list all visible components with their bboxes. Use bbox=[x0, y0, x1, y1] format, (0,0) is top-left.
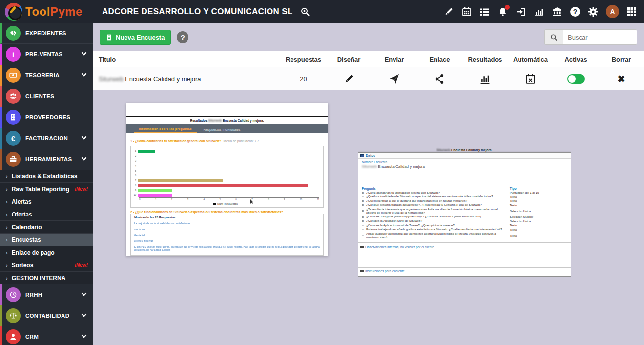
drag-handle-icon: ≡ bbox=[362, 216, 366, 219]
nombre-encuesta-value: Siturweb Encuesta Calidad y mejora bbox=[362, 164, 567, 170]
col-enviar: Enviar bbox=[372, 56, 417, 63]
search-group bbox=[544, 29, 637, 45]
sidebar-item-encuestas[interactable]: ›Encuestas bbox=[0, 234, 93, 246]
details-preview-title: Siturweb Encuesta Calidad y mejora. bbox=[358, 147, 571, 152]
top-header: ToolPyme ADCORE DESARROLLO Y COMUNICACIO… bbox=[0, 0, 644, 23]
sidebar-item-proveedores[interactable]: PROVEEDORES bbox=[0, 107, 93, 128]
results-chart-icon[interactable] bbox=[462, 74, 508, 84]
col-resultados: Resultados bbox=[462, 56, 508, 63]
info-icon: i bbox=[6, 47, 21, 62]
table-header-row: Titulo Respuestas Diseñar Enviar Enlace … bbox=[93, 51, 644, 67]
drag-handle-icon: ≡ bbox=[362, 191, 366, 194]
sidebar-item-rrhh[interactable]: RRHH bbox=[0, 284, 93, 305]
tab-respuestas-individuales: Respuestas Individuales bbox=[199, 126, 246, 133]
people-icon bbox=[6, 89, 21, 104]
drag-handle-icon: ≡ bbox=[362, 224, 366, 227]
automatic-calendar-x-icon[interactable] bbox=[508, 74, 553, 84]
new-badge: iNew! bbox=[75, 262, 88, 268]
notification-badge bbox=[505, 5, 510, 10]
logo-text: ToolPyme bbox=[25, 5, 83, 19]
col-enlace: Enlace bbox=[417, 56, 462, 63]
bank-icon[interactable] bbox=[552, 6, 562, 17]
handshake-icon bbox=[6, 26, 21, 41]
question-row: ≡¿Conoces la Aplicacion Movil de Siturwe… bbox=[358, 219, 571, 223]
sidebar-item-ofertas[interactable]: ›Ofertas bbox=[0, 208, 93, 221]
responses-box: Mostrando las 20 Respuestas La mejoría d… bbox=[130, 214, 324, 256]
results-tab-bar: Información sobre las preguntas Respuest… bbox=[126, 124, 328, 133]
question-row: ≡¿Conoces Toolpyme (www.toolpyme.com)? /… bbox=[358, 215, 571, 218]
instrucciones-section: Instrucciones para el cliente bbox=[358, 268, 571, 273]
sidebar-item-alertas[interactable]: ›Alertas bbox=[0, 195, 93, 208]
delete-x-icon[interactable]: ✖ bbox=[618, 73, 625, 85]
response-item: Genial tal bbox=[134, 234, 320, 237]
bell-icon[interactable] bbox=[498, 6, 508, 17]
mouse-cursor-icon bbox=[250, 199, 254, 204]
results-preview-card[interactable]: Resultados Siturweb Encuesta Calidad y m… bbox=[126, 103, 328, 256]
sidebar-item-sorteos[interactable]: ›SorteosiNew! bbox=[0, 259, 93, 272]
active-cell bbox=[553, 74, 599, 84]
questions-header-row: Pregunta Tipo bbox=[358, 187, 571, 190]
details-preview-card[interactable]: Siturweb Encuesta Calidad y mejora. Dato… bbox=[358, 147, 571, 277]
help-icon[interactable]: ? bbox=[570, 6, 581, 17]
instrucciones-textarea bbox=[358, 273, 571, 277]
help-icon[interactable]: ? bbox=[177, 31, 188, 43]
sidebar-item-facturacion[interactable]: € FACTURACION bbox=[0, 128, 93, 149]
sidebar-item-calendario[interactable]: ›Calendario bbox=[0, 221, 93, 234]
sidebar-item-gestion-interna[interactable]: ›GESTION INTERNA bbox=[0, 272, 93, 284]
table-row: Siturweb Encuesta Calidad y mejora 20 bbox=[93, 67, 644, 90]
sidebar-item-raw-table-reporting[interactable]: ›Raw Table ReportingiNew! bbox=[0, 183, 93, 195]
surveys-table: Titulo Respuestas Diseñar Enviar Enlace … bbox=[93, 51, 644, 90]
pencil-icon[interactable] bbox=[443, 6, 454, 17]
sidebar-item-preventas[interactable]: i PRE-VENTAS bbox=[0, 44, 93, 65]
sidebar-item-contabilidad[interactable]: CONTABILIDAD bbox=[0, 305, 93, 326]
chevron-down-icon bbox=[81, 50, 87, 59]
toolpyme-logo[interactable]: ToolPyme bbox=[0, 3, 100, 21]
sidebar-item-enlace-de-pago[interactable]: ›Enlace de pago bbox=[0, 246, 93, 259]
chevron-down-icon bbox=[81, 155, 87, 164]
drag-handle-icon: ≡ bbox=[362, 228, 366, 231]
sidebar-item-tesoreria[interactable]: TESORERIA bbox=[0, 65, 93, 86]
question-row: ≡¿Qué mejorarías o qué te gustaría que i… bbox=[358, 199, 571, 203]
chevron-down-icon bbox=[81, 71, 87, 80]
response-item: clientes, reservas bbox=[134, 239, 320, 242]
question-row: ≡¿Con qué gestoría trabajas actualmente?… bbox=[358, 203, 571, 207]
sidebar-item-clientes[interactable]: CLIENTES bbox=[0, 86, 93, 107]
calendar-icon[interactable] bbox=[461, 6, 472, 17]
chart-x-axis: 01234567891011 bbox=[139, 197, 319, 201]
question-row: ≡¿Qué funcionalidades de Siturweb o aspe… bbox=[358, 195, 571, 198]
list-icon[interactable] bbox=[479, 6, 490, 17]
search-input[interactable] bbox=[563, 29, 637, 45]
sidebar-item-expedientes[interactable]: EXPEDIENTES bbox=[0, 23, 93, 44]
drag-handle-icon: ≡ bbox=[362, 234, 366, 237]
col-tipo: Tipo bbox=[510, 187, 567, 190]
person-icon bbox=[6, 329, 21, 344]
response-item: El diseño y uso son super claros. Integr… bbox=[134, 245, 320, 251]
sidebar-item-listados-estadisticas[interactable]: ›Listados & Estadisticas bbox=[0, 170, 93, 183]
apps-grid-icon[interactable] bbox=[626, 6, 637, 17]
sidebar-item-herramientas[interactable]: HERRAMIENTAS bbox=[0, 149, 93, 170]
delete-cell: ✖ bbox=[599, 73, 644, 85]
col-pregunta: Pregunta bbox=[362, 187, 510, 190]
share-link-icon[interactable] bbox=[417, 74, 462, 84]
observaciones-section: Observaciones internas, no visibles por … bbox=[358, 244, 571, 249]
user-avatar[interactable]: A bbox=[606, 5, 619, 18]
search-icon bbox=[544, 29, 563, 45]
send-plane-icon[interactable] bbox=[372, 74, 417, 84]
logo-gear-icon bbox=[5, 3, 22, 21]
bar-chart-icon[interactable] bbox=[534, 6, 544, 17]
zoom-search-icon[interactable] bbox=[300, 6, 311, 17]
question-row: ≡¿Cómo calificarías tu satisfacción gene… bbox=[358, 191, 571, 194]
legend-swatch bbox=[213, 203, 216, 205]
sign-in-icon[interactable] bbox=[516, 6, 526, 17]
question-row: ≡Añade cualquier comentario que consider… bbox=[358, 232, 571, 239]
sidebar-item-crm[interactable]: CRM bbox=[0, 326, 93, 345]
question-1-heading: 1 - ¿Cómo calificarías tu satisfacción g… bbox=[130, 135, 324, 144]
drag-handle-icon: ≡ bbox=[362, 199, 366, 203]
design-pencil-icon[interactable] bbox=[326, 74, 372, 84]
active-toggle[interactable] bbox=[567, 74, 585, 84]
new-survey-button[interactable]: Nueva Encuesta bbox=[100, 30, 171, 45]
note-icon bbox=[360, 270, 364, 272]
question-row: ≡¿Te resultaría interesante que organice… bbox=[358, 208, 571, 215]
gear-icon[interactable] bbox=[588, 6, 599, 17]
note-icon bbox=[360, 246, 364, 248]
